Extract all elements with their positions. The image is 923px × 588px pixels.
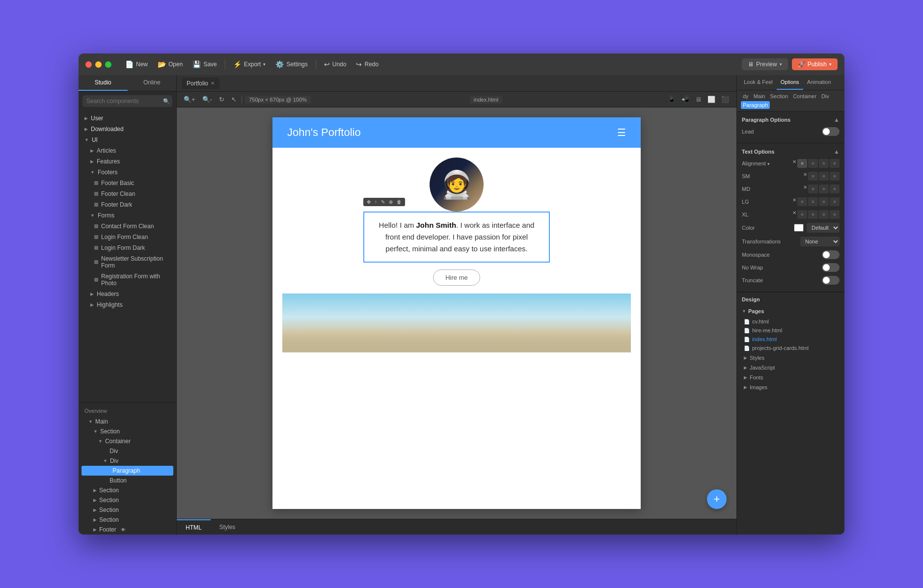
tree-item-footer-dark[interactable]: Footer Dark bbox=[79, 199, 176, 210]
ov-button[interactable]: Button bbox=[79, 476, 176, 485]
xl-align-center-btn[interactable]: ≡ bbox=[808, 210, 818, 219]
ov-section-2[interactable]: ▶ Section bbox=[79, 485, 176, 495]
new-button[interactable]: 📄 New bbox=[121, 58, 152, 70]
tablet-view-button[interactable]: 📲 bbox=[679, 94, 692, 105]
tree-item-user[interactable]: ▶ User bbox=[79, 113, 176, 124]
canvas-tab-portfolio[interactable]: Portfolio ✕ bbox=[182, 78, 219, 89]
expand-images[interactable]: ▶ Images bbox=[742, 383, 840, 392]
sm-align-right-btn[interactable]: ≡ bbox=[830, 172, 840, 181]
tab-options[interactable]: Options bbox=[777, 75, 803, 90]
tree-item-footer-basic[interactable]: Footer Basic bbox=[79, 178, 176, 188]
close-tab-icon[interactable]: ✕ bbox=[211, 80, 215, 86]
sm-align-center-btn[interactable]: ≡ bbox=[819, 172, 829, 181]
expand-javascript[interactable]: ▶ JavaScript bbox=[742, 363, 840, 372]
page-file-hire-me[interactable]: 📄 hire-me.html bbox=[742, 326, 840, 335]
cursor-button[interactable]: ↖ bbox=[229, 95, 239, 104]
zoom-out-button[interactable]: 🔍- bbox=[200, 95, 214, 104]
ov-section-5[interactable]: ▶ Section bbox=[79, 515, 176, 525]
full-view-button[interactable]: ⬛ bbox=[719, 94, 732, 105]
size-display[interactable]: 750px × 670px @ 100% bbox=[245, 96, 311, 104]
tree-item-forms[interactable]: ▼ Forms bbox=[79, 210, 176, 221]
lg-align-justify-btn[interactable]: ≡ bbox=[830, 197, 840, 206]
monospace-toggle[interactable] bbox=[822, 250, 840, 259]
tree-item-newsletter[interactable]: Newsletter Subscription Form bbox=[79, 253, 176, 271]
search-input[interactable] bbox=[86, 98, 160, 105]
ov-footer[interactable]: ▶ Footer 👁 bbox=[79, 525, 176, 535]
truncate-toggle[interactable] bbox=[822, 276, 840, 285]
bc-body[interactable]: dy bbox=[741, 92, 751, 100]
tree-item-articles[interactable]: ▶ Articles bbox=[79, 145, 176, 156]
block-edit-icon[interactable]: ✎ bbox=[380, 199, 386, 205]
undo-button[interactable]: ↩ Undo bbox=[320, 58, 351, 70]
zoom-in-button[interactable]: 🔍+ bbox=[182, 95, 197, 104]
page-file-cv[interactable]: 📄 cv.html bbox=[742, 317, 840, 326]
tree-item-headers[interactable]: ▶ Headers bbox=[79, 289, 176, 299]
desktop-view-button[interactable]: 🖥 bbox=[693, 94, 704, 105]
bottom-tab-html[interactable]: HTML bbox=[177, 519, 211, 535]
tree-item-footers[interactable]: ▼ Footers bbox=[79, 167, 176, 178]
sm-align-left-btn[interactable]: ≡ bbox=[808, 172, 818, 181]
block-up-icon[interactable]: ↑ bbox=[373, 199, 379, 205]
file-indicator[interactable]: index.html bbox=[470, 96, 502, 104]
lead-toggle[interactable] bbox=[822, 127, 840, 136]
mobile-view-button[interactable]: 📱 bbox=[665, 94, 678, 105]
md-align-left-btn[interactable]: ≡ bbox=[808, 185, 818, 193]
paragraph-block[interactable]: ✥ ↑ ✎ ⊕ 🗑 Hello! I am John Smith. I work… bbox=[363, 212, 550, 263]
hamburger-menu-icon[interactable]: ☰ bbox=[617, 127, 626, 138]
ov-section-1[interactable]: ▼ Section bbox=[79, 427, 176, 436]
tab-online[interactable]: Online bbox=[128, 75, 177, 91]
page-file-projects[interactable]: 📄 projects-grid-cards.html bbox=[742, 344, 840, 352]
minimize-button[interactable] bbox=[95, 61, 102, 68]
tree-item-login-form-clean[interactable]: Login Form Clean bbox=[79, 232, 176, 242]
maximize-button[interactable] bbox=[105, 61, 111, 68]
tab-animation[interactable]: Animation bbox=[803, 75, 835, 90]
close-button[interactable] bbox=[85, 61, 92, 68]
open-button[interactable]: 📂 Open bbox=[154, 58, 187, 70]
preview-button[interactable]: 🖥 Preview ▾ bbox=[742, 58, 788, 70]
expand-fonts[interactable]: ▶ Fonts bbox=[742, 373, 840, 382]
xl-align-left-btn[interactable]: ≡ bbox=[797, 210, 807, 219]
xl-align-right-btn[interactable]: ≡ bbox=[819, 210, 829, 219]
ov-main[interactable]: ▼ Main bbox=[79, 417, 176, 427]
hire-button[interactable]: Hire me bbox=[433, 269, 480, 286]
align-right-btn[interactable]: ≡ bbox=[819, 159, 829, 168]
tree-item-login-form-dark[interactable]: Login Form Dark bbox=[79, 242, 176, 253]
block-delete-icon[interactable]: 🗑 bbox=[395, 199, 403, 205]
ov-paragraph[interactable]: Paragraph bbox=[81, 466, 173, 476]
bc-div[interactable]: Div bbox=[819, 92, 831, 100]
color-selector[interactable]: Default bbox=[794, 223, 840, 233]
widescreen-view-button[interactable]: ⬜ bbox=[705, 94, 718, 105]
block-move-icon[interactable]: ✥ bbox=[365, 199, 372, 205]
bc-container[interactable]: Container bbox=[791, 92, 818, 100]
page-file-index[interactable]: 📄 index.html bbox=[742, 335, 840, 344]
md-align-center-btn[interactable]: ≡ bbox=[819, 185, 829, 193]
tree-item-ui[interactable]: ▼ UI bbox=[79, 134, 176, 145]
collapse-paragraph-btn[interactable]: ▲ bbox=[834, 116, 840, 123]
align-justify-btn[interactable]: ≡ bbox=[830, 159, 840, 168]
lg-align-left-btn[interactable]: ≡ bbox=[797, 197, 807, 206]
settings-button[interactable]: ⚙️ Settings bbox=[271, 58, 311, 70]
tree-item-registration[interactable]: Registration Form with Photo bbox=[79, 271, 176, 289]
bc-main[interactable]: Main bbox=[752, 92, 767, 100]
bc-section[interactable]: Section bbox=[768, 92, 790, 100]
ov-section-3[interactable]: ▶ Section bbox=[79, 495, 176, 505]
rotate-button[interactable]: ↻ bbox=[217, 95, 226, 104]
color-dropdown[interactable]: Default bbox=[807, 223, 840, 233]
ov-div-2[interactable]: ▼ Div bbox=[79, 456, 176, 466]
transformations-dropdown[interactable]: None bbox=[800, 237, 840, 246]
canvas-viewport[interactable]: John's Porftolio ☰ ✥ ↑ ✎ ⊕ 🗑 bbox=[177, 107, 736, 519]
redo-button[interactable]: ↪ Redo bbox=[352, 58, 382, 70]
save-button[interactable]: 💾 Save bbox=[189, 58, 220, 70]
tab-look-feel[interactable]: Look & Feel bbox=[740, 75, 777, 90]
tree-item-contact-form[interactable]: Contact Form Clean bbox=[79, 221, 176, 232]
md-align-right-btn[interactable]: ≡ bbox=[830, 185, 840, 193]
publish-button[interactable]: 🚀 Publish ▾ bbox=[792, 58, 838, 70]
tree-item-features[interactable]: ▶ Features bbox=[79, 156, 176, 167]
align-center-btn[interactable]: ≡ bbox=[808, 159, 818, 168]
expand-styles[interactable]: ▶ Styles bbox=[742, 353, 840, 362]
no-wrap-toggle[interactable] bbox=[822, 263, 840, 272]
lg-align-center-btn[interactable]: ≡ bbox=[808, 197, 818, 206]
ov-div-1[interactable]: Div bbox=[79, 446, 176, 456]
bottom-tab-styles[interactable]: Styles bbox=[211, 519, 244, 535]
block-copy-icon[interactable]: ⊕ bbox=[387, 199, 394, 205]
